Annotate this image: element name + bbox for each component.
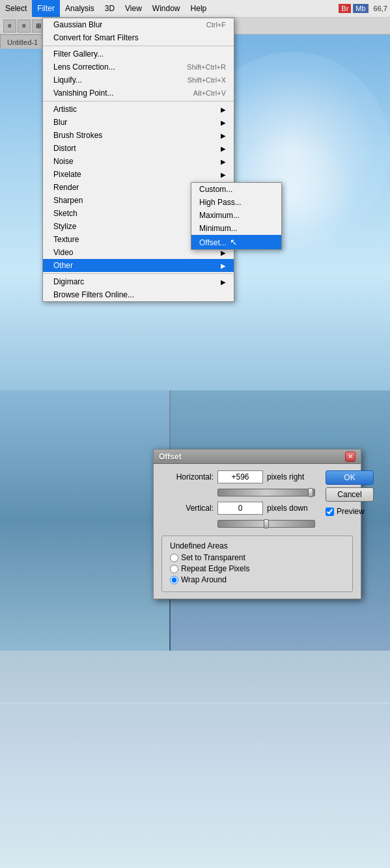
radio-repeat-edge-label: Repeat Edge Pixels bbox=[181, 564, 249, 573]
gaussian-blur-shortcut: Ctrl+F bbox=[206, 21, 226, 29]
submenu-maximum[interactable]: Maximum... bbox=[191, 209, 281, 222]
dialog-body: Horizontal: pixels right Vertical: bbox=[154, 464, 361, 599]
toolbar-icon-1[interactable]: ≡ bbox=[3, 20, 16, 33]
dialog-title: Offset bbox=[159, 452, 182, 461]
texture-label: Texture bbox=[53, 235, 79, 244]
vertical-label: Vertical: bbox=[161, 504, 214, 513]
menu-liquify[interactable]: Liquify... Shift+Ctrl+X bbox=[43, 74, 234, 87]
horizontal-slider-row bbox=[161, 489, 315, 496]
submenu-offset-label: Offset... bbox=[199, 238, 227, 247]
radio-set-transparent-label: Set to Transparent bbox=[181, 553, 245, 562]
video-label: Video bbox=[53, 248, 73, 257]
pixelate-label: Pixelate bbox=[53, 170, 81, 179]
menu-3d[interactable]: 3D bbox=[100, 0, 120, 17]
menu-browse-filters[interactable]: Browse Filters Online... bbox=[43, 288, 234, 301]
menu-artistic[interactable]: Artistic ▶ bbox=[43, 103, 234, 116]
radio-set-transparent[interactable] bbox=[170, 554, 178, 562]
menu-filter-gallery[interactable]: Filter Gallery... bbox=[43, 47, 234, 61]
menu-convert-smart[interactable]: Convert for Smart Filters bbox=[43, 31, 234, 44]
preview-row: Preview bbox=[326, 507, 365, 516]
dialog-titlebar: Offset ✕ bbox=[154, 450, 361, 464]
separator-2 bbox=[43, 101, 234, 102]
radio-wrap-around[interactable] bbox=[170, 576, 178, 584]
brush-strokes-label: Brush Strokes bbox=[53, 131, 102, 140]
mb-icon: Mb bbox=[353, 4, 368, 13]
menu-vanishing-point[interactable]: Vanishing Point... Alt+Ctrl+V bbox=[43, 87, 234, 100]
menu-window[interactable]: Window bbox=[147, 0, 186, 17]
radio-set-transparent-row: Set to Transparent bbox=[170, 553, 344, 562]
menu-gaussian-blur[interactable]: Gaussian Blur Ctrl+F bbox=[43, 18, 234, 31]
lens-correction-shortcut: Shift+Ctrl+R bbox=[187, 63, 226, 71]
menu-lens-correction[interactable]: Lens Correction... Shift+Ctrl+R bbox=[43, 61, 234, 74]
menu-distort[interactable]: Distort ▶ bbox=[43, 142, 234, 155]
dialog-close-button[interactable]: ✕ bbox=[345, 452, 355, 462]
liquify-label: Liquify... bbox=[53, 75, 82, 85]
horizontal-label: Horizontal: bbox=[161, 472, 214, 481]
menu-filter[interactable]: Filter bbox=[32, 0, 60, 17]
preview-label: Preview bbox=[337, 507, 365, 516]
radio-repeat-edge[interactable] bbox=[170, 565, 178, 573]
brush-strokes-arrow: ▶ bbox=[221, 132, 226, 139]
filter-menu[interactable]: Gaussian Blur Ctrl+F Convert for Smart F… bbox=[42, 18, 234, 302]
other-submenu[interactable]: Custom... High Pass... Maximum... Minimu… bbox=[191, 182, 282, 250]
horizon-line bbox=[0, 703, 390, 703]
menu-noise[interactable]: Noise ▶ bbox=[43, 155, 234, 168]
other-label: Other bbox=[53, 261, 73, 270]
distort-arrow: ▶ bbox=[221, 145, 226, 152]
vertical-row: Vertical: pixels down bbox=[161, 502, 315, 515]
submenu-custom[interactable]: Custom... bbox=[191, 183, 281, 196]
menubar-right-info: Br Mb 66,7 bbox=[339, 4, 390, 13]
digimarc-label: Digimarc bbox=[53, 277, 84, 286]
offset-dialog: Offset ✕ Horizontal: pixels right bbox=[153, 449, 361, 599]
menu-select[interactable]: Select bbox=[0, 0, 32, 17]
menu-digimarc[interactable]: Digimarc ▶ bbox=[43, 275, 234, 288]
convert-smart-label: Convert for Smart Filters bbox=[53, 33, 139, 42]
submenu-high-pass[interactable]: High Pass... bbox=[191, 196, 281, 209]
artistic-label: Artistic bbox=[53, 105, 77, 114]
filter-gallery-label: Filter Gallery... bbox=[53, 49, 104, 59]
horizontal-slider[interactable] bbox=[217, 489, 315, 496]
cursor-pointer: ↖ bbox=[230, 237, 238, 247]
pixelate-arrow: ▶ bbox=[221, 171, 226, 178]
cancel-button[interactable]: Cancel bbox=[326, 487, 374, 502]
sketch-label: Sketch bbox=[53, 209, 77, 218]
blur-arrow: ▶ bbox=[221, 119, 226, 126]
sharpen-label: Sharpen bbox=[53, 196, 83, 205]
vertical-slider[interactable] bbox=[217, 520, 315, 528]
submenu-minimum[interactable]: Minimum... bbox=[191, 222, 281, 235]
separator-1 bbox=[43, 46, 234, 46]
menu-blur[interactable]: Blur ▶ bbox=[43, 116, 234, 129]
undefined-areas-box: Undefined Areas Set to Transparent Repea… bbox=[161, 536, 353, 592]
horizontal-input[interactable] bbox=[217, 470, 263, 483]
submenu-offset[interactable]: Offset... ↖ bbox=[191, 235, 281, 249]
zoom-info: 66,7 bbox=[374, 5, 387, 12]
menu-analysis[interactable]: Analysis bbox=[60, 0, 100, 17]
dialog-fields: Horizontal: pixels right Vertical: bbox=[161, 470, 315, 533]
dialog-right-panel: OK Cancel Preview bbox=[320, 470, 374, 533]
noise-label: Noise bbox=[53, 157, 74, 166]
br-icon: Br bbox=[339, 4, 351, 13]
menu-other[interactable]: Other ▶ bbox=[43, 259, 234, 272]
menu-help[interactable]: Help bbox=[186, 0, 212, 17]
lens-correction-label: Lens Correction... bbox=[53, 62, 115, 72]
vertical-unit: pixels down bbox=[267, 504, 308, 513]
radio-wrap-around-row: Wrap Around bbox=[170, 575, 344, 584]
menu-brush-strokes[interactable]: Brush Strokes ▶ bbox=[43, 129, 234, 142]
stylize-label: Stylize bbox=[53, 222, 76, 231]
digimarc-arrow: ▶ bbox=[221, 278, 226, 286]
preview-checkbox[interactable] bbox=[326, 508, 334, 516]
document-tab[interactable]: Untitled-1 bbox=[0, 34, 45, 49]
liquify-shortcut: Shift+Ctrl+X bbox=[188, 76, 226, 84]
vertical-slider-row bbox=[161, 520, 315, 528]
vertical-input[interactable] bbox=[217, 502, 263, 515]
water-area bbox=[0, 651, 390, 868]
dialog-content-row: Horizontal: pixels right Vertical: bbox=[161, 470, 353, 533]
vanishing-point-label: Vanishing Point... bbox=[53, 88, 114, 98]
menu-pixelate[interactable]: Pixelate ▶ bbox=[43, 168, 234, 181]
toolbar-icon-2[interactable]: ≡ bbox=[18, 20, 31, 33]
dialog-buttons: OK Cancel bbox=[326, 470, 374, 502]
vanishing-point-shortcut: Alt+Ctrl+V bbox=[193, 89, 226, 97]
ok-button[interactable]: OK bbox=[326, 470, 374, 485]
other-arrow: ▶ bbox=[221, 262, 226, 269]
menu-view[interactable]: View bbox=[120, 0, 147, 17]
